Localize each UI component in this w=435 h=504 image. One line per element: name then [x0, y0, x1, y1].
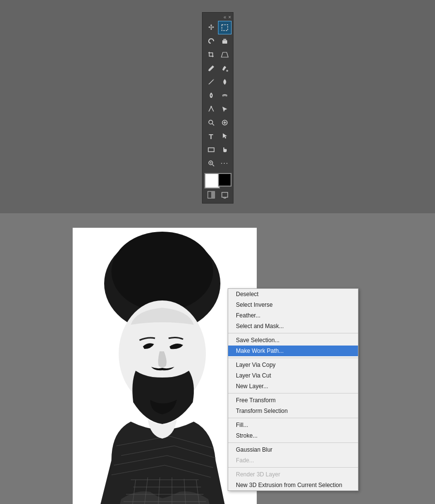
ctx-new-layer[interactable]: New Layer...: [228, 381, 358, 392]
workspace-bottom: Deselect Select Inverse Feather... Selec…: [0, 213, 435, 504]
ctx-fade: Fade...: [228, 455, 358, 466]
svg-point-7: [209, 120, 213, 124]
ctx-layer-copy[interactable]: Layer Via Copy: [228, 360, 358, 370]
svg-rect-1: [222, 40, 227, 44]
ctx-new-3d[interactable]: New 3D Extrusion from Current Selection: [228, 480, 358, 490]
pencil-tool[interactable]: [204, 75, 218, 89]
heal-tool[interactable]: [218, 116, 232, 129]
ctx-feather[interactable]: Feather...: [228, 310, 358, 321]
crop-tool[interactable]: [204, 48, 218, 62]
tool-row-11: ···: [202, 157, 233, 170]
ctx-separator-2: [228, 358, 358, 358]
blur-tool[interactable]: [218, 75, 232, 89]
svg-line-8: [212, 124, 214, 126]
ctx-gaussian-blur[interactable]: Gaussian Blur: [228, 444, 358, 455]
ctx-separator-3: [228, 393, 358, 394]
background-color[interactable]: [218, 173, 232, 187]
quick-mask-area: [204, 189, 232, 200]
smudge-tool[interactable]: [218, 89, 232, 102]
svg-point-22: [111, 232, 213, 311]
magnify-tool[interactable]: [204, 116, 218, 129]
tool-row-9: T: [202, 129, 233, 143]
ctx-separator-4: [228, 418, 358, 418]
tool-row-5: [202, 75, 233, 89]
zoom-tool[interactable]: [204, 157, 218, 170]
ctx-make-work-path[interactable]: Make Work Path...: [228, 346, 358, 356]
ctx-render-3d: Render 3D Layer: [228, 469, 358, 480]
text-tool[interactable]: T: [204, 129, 218, 143]
svg-point-5: [226, 70, 228, 72]
ctx-select-mask[interactable]: Select and Mask...: [228, 321, 358, 331]
svg-rect-19: [222, 192, 228, 197]
ctx-fill[interactable]: Fill...: [228, 420, 358, 430]
move-tool[interactable]: [204, 21, 218, 34]
bucket-tool[interactable]: [218, 62, 232, 75]
ctx-deselect[interactable]: Deselect: [228, 289, 358, 299]
svg-rect-12: [208, 148, 214, 152]
svg-marker-3: [221, 52, 228, 57]
workspace-top: « ×: [0, 0, 435, 213]
more-tools[interactable]: ···: [218, 157, 232, 170]
tool-row-8: [202, 116, 233, 129]
ctx-select-inverse[interactable]: Select Inverse: [228, 299, 358, 310]
tool-row-4: [202, 62, 233, 75]
marquee-tool[interactable]: [218, 21, 232, 34]
toolbar-collapse[interactable]: «: [224, 15, 227, 20]
ctx-separator-5: [228, 442, 358, 443]
tool-row-10: [202, 143, 233, 157]
context-menu: Deselect Select Inverse Feather... Selec…: [228, 288, 358, 491]
tool-row-7: [202, 102, 233, 116]
svg-point-6: [210, 106, 212, 108]
quick-mask-button[interactable]: [205, 189, 217, 200]
hand-tool[interactable]: [218, 143, 232, 157]
toolbar-panel: « ×: [202, 12, 233, 204]
eyedropper-tool[interactable]: [204, 62, 218, 75]
ctx-save-selection[interactable]: Save Selection...: [228, 335, 358, 346]
tool-row-6: [202, 89, 233, 102]
toolbar-header: « ×: [202, 15, 233, 20]
toolbar-close[interactable]: ×: [228, 15, 231, 20]
screen-mode-button[interactable]: [219, 189, 231, 200]
path-selection-tool[interactable]: [218, 102, 232, 116]
svg-rect-18: [211, 191, 215, 198]
tool-row-3: [202, 48, 233, 62]
lasso-tool[interactable]: [204, 34, 218, 48]
svg-line-14: [212, 165, 214, 167]
ctx-transform-selection[interactable]: Transform Selection: [228, 406, 358, 416]
pen-tool[interactable]: [204, 102, 218, 116]
svg-rect-0: [222, 25, 228, 31]
color-swatch-area: [204, 173, 232, 187]
svg-rect-2: [223, 39, 226, 41]
rect-shape-tool[interactable]: [204, 143, 218, 157]
perspective-tool[interactable]: [218, 48, 232, 62]
ctx-layer-cut[interactable]: Layer Via Cut: [228, 370, 358, 381]
ctx-free-transform[interactable]: Free Transform: [228, 395, 358, 406]
ctx-stroke[interactable]: Stroke...: [228, 430, 358, 441]
ctx-separator-1: [228, 333, 358, 333]
tool-row-1: [202, 21, 233, 34]
ctx-separator-6: [228, 467, 358, 468]
pointer-tool[interactable]: [218, 129, 232, 143]
eraser-tool[interactable]: [218, 34, 232, 48]
tool-row-2: [202, 34, 233, 48]
burn-tool[interactable]: [204, 89, 218, 102]
